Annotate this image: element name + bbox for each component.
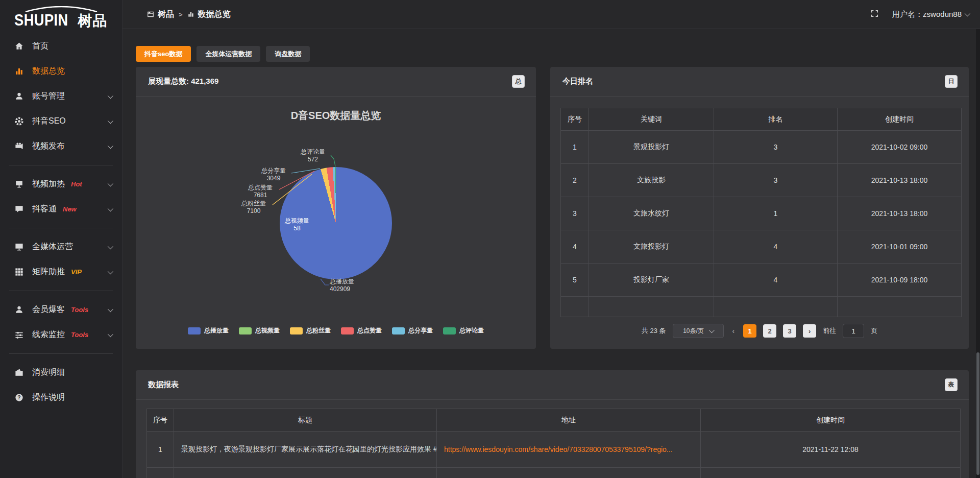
app-logo[interactable]: SHUPIN 树品 [0, 0, 122, 31]
report-card: 数据报表 表 序号 标题 地址 创建时间 1 景观投影灯，夜游景观投影灯厂家展示… [136, 370, 969, 478]
tab-inquiry-data[interactable]: 询盘数据 [266, 46, 310, 62]
page-button-3[interactable]: 3 [783, 324, 796, 338]
vertical-scrollbar[interactable] [976, 0, 980, 478]
sidebar-item-label: 线索监控 [32, 329, 65, 340]
ranking-card-title: 今日排名 [562, 77, 593, 86]
table-row[interactable]: 2文旅投影32021-10-13 18:00 [561, 164, 962, 197]
sidebar-item-label: 数据总览 [32, 66, 65, 77]
report-card-title: 数据报表 [148, 380, 179, 390]
sidebar-item-video-heat[interactable]: 视频加热 Hot [0, 172, 122, 197]
hot-badge: Hot [71, 180, 82, 188]
report-url-link[interactable]: https://www.iesdouyin.com/share/video/70… [437, 432, 701, 468]
next-page-button[interactable]: › [803, 324, 816, 338]
breadcrumb-current[interactable]: 数据总览 [187, 9, 231, 20]
table-row-partial [147, 468, 961, 478]
legend-item-videos[interactable]: 总视频量 [239, 326, 280, 335]
page-button-1[interactable]: 1 [743, 324, 756, 338]
sidebar-item-omnimedia[interactable]: 全媒体运营 [0, 234, 122, 259]
sidebar-item-home[interactable]: 首页 [0, 34, 122, 59]
svg-text:?: ? [17, 395, 20, 400]
sidebar-menu: 首页 数据总览 账号管理 抖音SEO 视频发布 视频加热 Hot [0, 34, 122, 410]
ranking-table: 序号 关键词 排名 创建时间 1景观投影灯32021-10-02 09:00 2… [560, 108, 962, 317]
sidebar-item-label: 会员爆客 [32, 304, 65, 315]
data-tabs: 抖音seo数据 全媒体运营数据 询盘数据 [136, 46, 310, 62]
home-icon [14, 41, 24, 51]
table-row[interactable]: 1 景观投影灯，夜游景观投影灯厂家展示展示落花灯在花园里的灯光投影应用效果 # … [147, 432, 961, 468]
sidebar-item-label: 操作说明 [32, 392, 65, 403]
table-toggle-button[interactable]: 表 [945, 378, 958, 391]
breadcrumb-label: 树品 [158, 9, 174, 20]
sidebar-item-instructions[interactable]: ? 操作说明 [0, 385, 122, 410]
sidebar-item-video-publish[interactable]: 视频发布 [0, 134, 122, 159]
pagination-total: 共 23 条 [642, 326, 666, 336]
top-bar: 树品 > 数据总览 用户名：zswodun88 [122, 0, 980, 29]
legend-item-shares[interactable]: 总分享量 [392, 326, 433, 335]
pagination: 共 23 条 10条/页 ‹ 1 2 3 › 前往 1 页 [550, 324, 969, 338]
legend-item-likes[interactable]: 总点赞量 [341, 326, 382, 335]
bar-chart-icon [187, 11, 194, 18]
legend-item-fans[interactable]: 总粉丝量 [290, 326, 331, 335]
scrollbar-thumb[interactable] [976, 352, 979, 475]
breadcrumb-home[interactable]: 树品 [147, 9, 174, 20]
table-row[interactable]: 1景观投影灯32021-10-02 09:00 [561, 131, 962, 164]
chevron-down-icon [108, 92, 113, 98]
tab-omnimedia-data[interactable]: 全媒体运营数据 [197, 46, 260, 62]
chevron-down-icon [709, 327, 715, 333]
sidebar-item-data-overview[interactable]: 数据总览 [0, 59, 122, 84]
pie-label-fans: 总粉丝量7100 [236, 200, 272, 215]
pie-label-videos: 总视频量58 [277, 217, 317, 232]
sidebar: SHUPIN 树品 首页 数据总览 账号管理 抖音SEO 视频发布 [0, 0, 122, 478]
sidebar-divider [9, 228, 113, 228]
legend-item-comments[interactable]: 总评论量 [443, 326, 484, 335]
sidebar-item-doukeTong[interactable]: 抖客通 New [0, 197, 122, 222]
column-header: 标题 [174, 409, 437, 432]
page-button-2[interactable]: 2 [763, 324, 776, 338]
vip-badge: VIP [71, 268, 82, 276]
pie-label-plays: 总播放量402909 [330, 278, 381, 293]
legend-swatch [239, 327, 252, 334]
pie-label-comments: 总评论量572 [295, 148, 331, 163]
sidebar-item-label: 抖客通 [32, 204, 57, 214]
overview-card-title: 展现量总数: 421,369 [148, 77, 218, 86]
chevron-down-icon [108, 205, 113, 211]
sidebar-item-consumption[interactable]: 消费明细 [0, 360, 122, 385]
screen-play-icon [14, 179, 24, 189]
tab-douyin-seo[interactable]: 抖音seo数据 [136, 46, 191, 62]
legend-swatch [290, 327, 303, 334]
legend-item-plays[interactable]: 总播放量 [188, 326, 229, 335]
sidebar-item-account[interactable]: 账号管理 [0, 84, 122, 109]
wallet-icon [14, 368, 24, 377]
window-icon [147, 11, 154, 18]
prev-page-button[interactable]: ‹ [730, 327, 737, 335]
total-toggle-button[interactable]: 总 [512, 75, 525, 88]
sidebar-item-label: 账号管理 [32, 91, 65, 102]
sidebar-divider [9, 165, 113, 165]
person-icon [14, 305, 24, 315]
sidebar-item-member-burst[interactable]: 会员爆客 Tools [0, 297, 122, 322]
pie-label-likes: 总点赞量7681 [242, 184, 278, 199]
user-menu[interactable]: 用户名：zswodun88 [892, 10, 969, 19]
day-toggle-button[interactable]: 日 [945, 75, 958, 88]
sidebar-item-label: 首页 [32, 41, 48, 52]
sidebar-item-matrix-boost[interactable]: 矩阵助推 VIP [0, 259, 122, 284]
breadcrumb-label: 数据总览 [198, 9, 231, 20]
report-title-cell: 景观投影灯，夜游景观投影灯厂家展示展示落花灯在花园里的灯光投影应用效果 # [174, 432, 437, 468]
table-row[interactable]: 4文旅投影灯42021-10-01 09:00 [561, 230, 962, 264]
sidebar-item-douyin-seo[interactable]: 抖音SEO [0, 109, 122, 134]
grid-icon [14, 267, 24, 277]
user-icon [14, 91, 24, 101]
chevron-down-icon [108, 243, 113, 249]
table-row-empty [561, 297, 962, 317]
sidebar-item-lead-monitor[interactable]: 线索监控 Tools [0, 322, 122, 347]
legend-swatch [392, 327, 405, 334]
table-row[interactable]: 5投影灯厂家42021-10-09 18:00 [561, 264, 962, 297]
table-row[interactable]: 3文旅水纹灯12021-10-13 18:00 [561, 197, 962, 230]
chevron-down-icon [108, 268, 113, 274]
breadcrumb: 树品 > 数据总览 [147, 9, 231, 20]
page-size-select[interactable]: 10条/页 [673, 324, 724, 338]
report-table: 序号 标题 地址 创建时间 1 景观投影灯，夜游景观投影灯厂家展示展示落花灯在花… [146, 409, 961, 478]
goto-page-input[interactable]: 1 [843, 324, 864, 338]
fullscreen-icon[interactable] [870, 9, 879, 20]
column-header: 创建时间 [838, 108, 962, 131]
ranking-card: 今日排名 日 序号 关键词 排名 创建时间 1景观投影灯32021-10-02 … [550, 67, 969, 349]
